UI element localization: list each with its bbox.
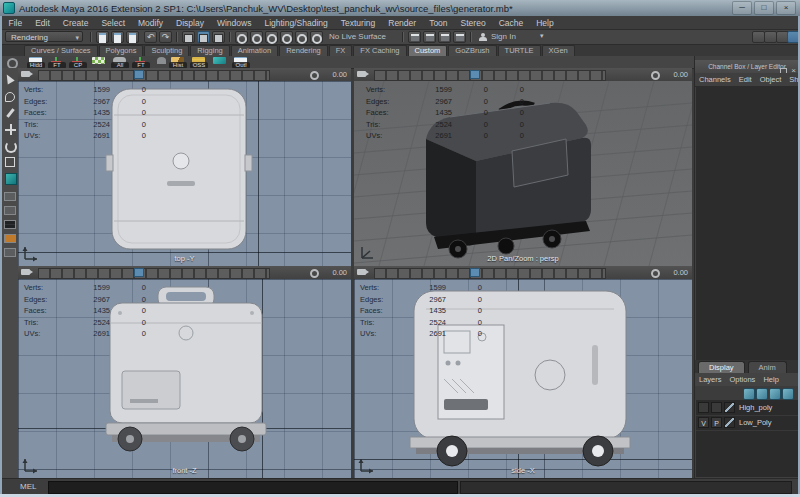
channel-box-menu-item[interactable]: Edit (735, 73, 756, 86)
layer-row[interactable]: V P Low_Poly (696, 415, 798, 431)
menu-item[interactable]: Texturing (334, 18, 382, 28)
shelf-tab[interactable]: Curves / Surfaces (24, 45, 98, 56)
minimize-button[interactable]: ─ (732, 1, 752, 15)
viewport-canvas-top[interactable]: Verts: 1599 0 Edges: 2967 0 Faces: 1435 … (18, 81, 351, 266)
layer-editor-menu-item[interactable]: Layers (695, 373, 726, 386)
move-layer-down-icon[interactable] (756, 388, 768, 400)
panel-title[interactable]: Channel Box / Layer Editor × (695, 60, 799, 74)
gear-icon[interactable] (651, 269, 660, 278)
layer-name[interactable]: Low_Poly (739, 417, 772, 428)
layer-editor-tab[interactable]: Anim (748, 361, 787, 373)
layer-playback-toggle[interactable] (711, 402, 722, 413)
snap-curve-icon[interactable] (250, 31, 263, 43)
select-hierarchy-icon[interactable] (182, 31, 195, 43)
layer-editor-menu-item[interactable]: Options (726, 373, 760, 386)
channel-box-menu-item[interactable]: Channels (695, 73, 735, 86)
shelf-tab[interactable]: Sculpting (144, 45, 189, 56)
open-scene-icon[interactable] (111, 31, 124, 43)
layer-visibility-toggle[interactable] (698, 402, 709, 413)
empty-layer-icon[interactable] (769, 388, 781, 400)
command-line-mode-button[interactable]: MEL (20, 481, 36, 493)
maximize-button[interactable]: □ (754, 1, 774, 15)
shelf-button[interactable] (210, 56, 230, 68)
sign-in-button[interactable]: Sign In (491, 32, 516, 41)
shelf-button[interactable]: Hidd (26, 56, 46, 68)
layout-persp-outliner-button[interactable] (4, 234, 16, 243)
menu-item[interactable]: Stereo (454, 18, 492, 28)
layout-two-pane-button[interactable] (4, 206, 16, 215)
undo-icon[interactable]: ↶ (144, 31, 157, 43)
ipr-render-icon[interactable] (438, 31, 451, 43)
save-scene-icon[interactable] (126, 31, 139, 43)
menu-set-selector[interactable]: Rendering ▾ (5, 31, 83, 42)
menu-item[interactable]: Create (56, 18, 95, 28)
menu-item[interactable]: Windows (210, 18, 257, 28)
layout-single-pane-button[interactable] (4, 192, 16, 201)
viewport-canvas-front[interactable]: Verts: 1599 0 Edges: 2967 0 Faces: 1435 … (18, 279, 351, 478)
shelf-button[interactable]: Outl (231, 56, 251, 68)
layer-row[interactable]: High_poly (696, 400, 798, 416)
layer-color-swatch[interactable] (724, 417, 735, 428)
sign-in-caret-icon[interactable]: ▾ (540, 32, 544, 40)
channel-box-empty-area[interactable] (696, 86, 798, 360)
menu-item[interactable]: Edit (29, 18, 57, 28)
move-tool-icon[interactable] (5, 124, 16, 135)
shelf-tab[interactable]: Custom (408, 45, 448, 56)
menu-item[interactable]: Toon (423, 18, 454, 28)
render-view-icon[interactable] (408, 31, 421, 43)
make-live-icon[interactable] (310, 31, 323, 43)
shelf-button[interactable]: FT (47, 56, 67, 68)
layer-visibility-toggle[interactable]: V (698, 417, 709, 428)
menu-item[interactable]: Cache (492, 18, 530, 28)
menu-item[interactable]: Modify (132, 18, 170, 28)
menu-item[interactable]: Lighting/Shading (258, 18, 334, 28)
snap-view-plane-icon[interactable] (295, 31, 308, 43)
viewport-toolbar-icons[interactable] (38, 70, 270, 81)
render-settings-icon[interactable] (453, 31, 466, 43)
new-scene-icon[interactable] (96, 31, 109, 43)
snap-grid-icon[interactable] (235, 31, 248, 43)
layer-color-swatch[interactable] (724, 402, 735, 413)
viewport-canvas-side[interactable]: Verts: 1599 0 Edges: 2967 0 Faces: 1435 … (354, 279, 692, 478)
snap-projected-center-icon[interactable] (280, 31, 293, 43)
viewport-toolbar-icons[interactable] (374, 70, 606, 81)
shelf-tab[interactable]: XGen (542, 45, 575, 56)
select-component-icon[interactable] (212, 31, 225, 43)
menu-item[interactable]: Display (170, 18, 211, 28)
shelf-tab[interactable]: GoZBrush (448, 45, 496, 56)
rotate-tool-icon[interactable] (5, 141, 17, 153)
viewport-toolbar-icons[interactable] (374, 268, 606, 279)
menu-item[interactable]: Select (95, 18, 132, 28)
last-tool-icon[interactable] (5, 173, 17, 185)
redo-icon[interactable]: ↷ (159, 31, 172, 43)
shelf-tab[interactable]: Rendering (279, 45, 328, 56)
command-line-input[interactable] (48, 481, 458, 494)
channel-box-menu-item[interactable]: Object (756, 73, 786, 86)
scale-tool-icon[interactable] (5, 157, 15, 167)
select-object-icon[interactable] (197, 31, 210, 43)
render-current-frame-icon[interactable] (423, 31, 436, 43)
shelf-tab[interactable]: Animation (231, 45, 278, 56)
menu-item[interactable]: Render (382, 18, 423, 28)
lasso-tool-icon[interactable] (5, 92, 15, 102)
menu-item[interactable]: Help (530, 18, 560, 28)
layer-editor-menu-item[interactable]: Help (759, 373, 782, 386)
shelf-tab[interactable]: Polygons (99, 45, 144, 56)
shelf-button[interactable]: CP (68, 56, 88, 68)
layer-name[interactable]: High_poly (739, 402, 772, 413)
shelf-tab[interactable]: FX (329, 45, 353, 56)
layer-editor-tab[interactable]: Display (698, 361, 745, 373)
menu-item[interactable]: File (2, 18, 29, 28)
shelf-button[interactable]: Hist (168, 56, 188, 68)
select-tool-icon[interactable] (3, 73, 14, 85)
viewport-toolbar[interactable]: 0.00 (354, 266, 692, 280)
gear-icon[interactable] (310, 71, 319, 80)
viewport-toolbar-icons[interactable] (38, 268, 270, 279)
close-button[interactable]: × (776, 1, 796, 15)
layout-hypershade-button[interactable] (4, 248, 16, 257)
layout-four-pane-button[interactable] (4, 220, 16, 229)
gear-icon[interactable] (651, 71, 660, 80)
shelf-button[interactable] (89, 56, 109, 68)
viewport-toolbar[interactable]: 0.00 (18, 266, 351, 280)
shading-mode-icon[interactable] (470, 268, 480, 277)
